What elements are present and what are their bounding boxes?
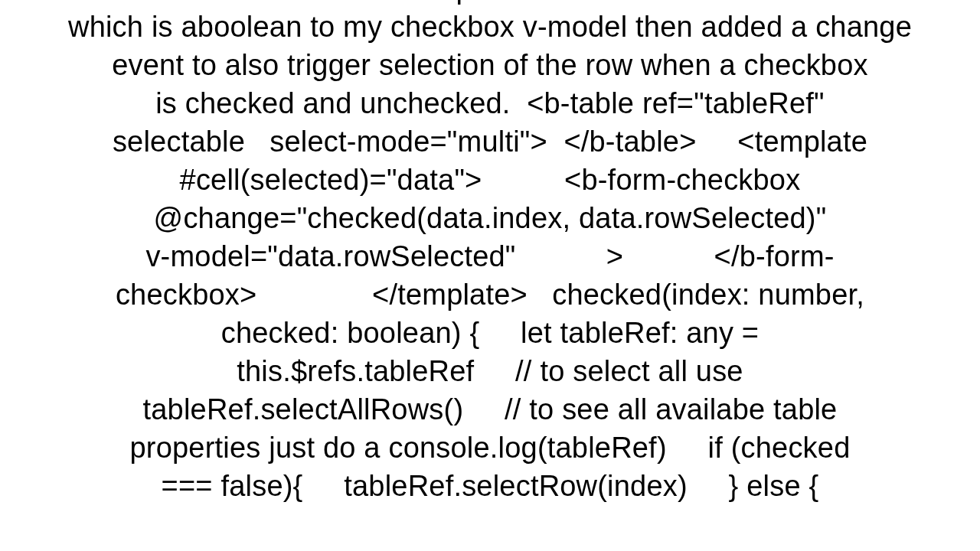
document-body: cell slot. i added a cell scoped slot th… (68, 0, 912, 505)
page: cell slot. i added a cell scoped slot th… (0, 0, 980, 551)
